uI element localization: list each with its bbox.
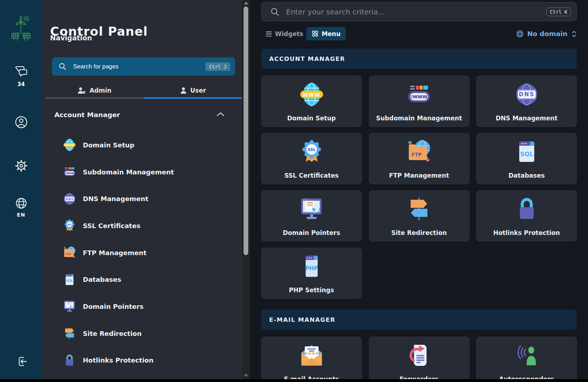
ssl-icon: SSL	[297, 137, 326, 166]
language-code[interactable]: EN	[0, 212, 42, 218]
section-banner: ACCOUNT MANAGER	[261, 49, 577, 69]
email-accounts-icon: ****	[297, 341, 326, 370]
domain-setup-icon: WWW	[297, 80, 326, 109]
messages-icon[interactable]	[14, 65, 28, 78]
card-php-settings[interactable]: PHP PHP Settings	[261, 248, 362, 299]
svg-text:DNS: DNS	[519, 91, 535, 98]
tab-underline	[144, 97, 242, 99]
sidebar-item-site-redirection[interactable]: Site Redirection	[42, 320, 242, 347]
widgets-label: Widgets	[275, 30, 303, 37]
svg-text://WWW.: //WWW.	[64, 172, 75, 175]
app-rail: 34 EN	[0, 0, 42, 379]
search-icon	[270, 7, 280, 17]
language-globe-icon[interactable]	[15, 197, 27, 209]
list-lines-icon	[265, 30, 272, 37]
card-domain-pointers[interactable]: WWW Domain Pointers	[261, 190, 362, 241]
sorter-chevrons-icon	[571, 30, 577, 38]
site-redirection-icon	[62, 326, 77, 341]
section-title: ACCOUNT MANAGER	[269, 55, 345, 62]
ftp-icon: FTP	[62, 245, 77, 260]
ftp-icon: FTP	[405, 137, 433, 166]
sidebar-scrollbar[interactable]	[242, 0, 250, 379]
sidebar-nav-list: WWW Domain Setup //WWW. Subdomain Manage…	[42, 132, 242, 374]
card-ftp-management[interactable]: FTP FTP Management	[369, 133, 469, 184]
sidebar-item-domain-setup[interactable]: WWW Domain Setup	[42, 132, 242, 159]
admin-tab-icon	[77, 86, 86, 94]
svg-text:WWW: WWW	[65, 144, 74, 147]
sidebar-item-subdomain-management[interactable]: //WWW. Subdomain Management	[42, 159, 242, 186]
domain-pointers-icon: WWW	[62, 299, 77, 314]
card-grid: **** E-mail Accounts Forwarders Autoresp…	[261, 337, 577, 382]
sidebar-item-dns-management[interactable]: DNS DNS Management	[42, 185, 242, 212]
main-content: Ctrl K Widgets Menu No domain ACCOUNT MA…	[250, 0, 588, 379]
card-hotlinks-protection[interactable]: Hotlinks Protection	[476, 190, 577, 241]
hotlinks-icon	[512, 195, 541, 223]
svg-text:PHP: PHP	[305, 265, 318, 272]
card-dns-management[interactable]: DNS DNS Management	[476, 76, 577, 127]
card-forwarders[interactable]: Forwarders	[369, 337, 469, 382]
messages-count-badge: 34	[0, 81, 42, 88]
sidebar-item-ftp-management[interactable]: FTP FTP Management	[42, 239, 242, 266]
svg-text:WWW: WWW	[306, 203, 313, 205]
sidebar-section-header[interactable]: Account Manager	[54, 111, 120, 119]
card-grid: WWW Domain Setup //WWW. Subdomain Manage…	[261, 76, 577, 299]
databases-icon: SQL	[512, 137, 541, 166]
card-databases[interactable]: SQL Databases	[476, 133, 577, 184]
main-search-input[interactable]	[285, 7, 546, 17]
forwarders-icon	[405, 341, 433, 370]
sidebar-item-hotlinks-protection[interactable]: Hotlinks Protection	[42, 347, 242, 374]
svg-text:WWW: WWW	[67, 303, 71, 305]
site-redirection-icon	[405, 195, 433, 223]
chevron-up-icon[interactable]	[216, 112, 225, 117]
php-icon: PHP	[297, 252, 326, 281]
settings-gear-icon[interactable]	[15, 159, 28, 172]
domain-setup-icon: WWW	[62, 137, 77, 152]
sidebar-tabs: Admin User	[45, 82, 242, 99]
domain-selector[interactable]: No domain	[516, 27, 577, 40]
svg-text:WWW: WWW	[302, 92, 320, 98]
user-tab-icon	[180, 86, 187, 94]
card-e-mail-accounts[interactable]: **** E-mail Accounts	[261, 337, 362, 382]
section-banner: E-MAIL MANAGER	[261, 310, 577, 330]
dns-icon: DNS	[512, 80, 541, 109]
bottom-edge	[0, 379, 588, 382]
card-ssl-certificates[interactable]: SSL SSL Certificates	[261, 133, 362, 184]
card-autoresponders[interactable]: Autoresponders	[476, 337, 577, 382]
domain-pointers-icon: WWW	[297, 195, 326, 223]
card-subdomain-management[interactable]: //WWW. Subdomain Management	[369, 76, 469, 127]
hotlinks-icon	[62, 353, 77, 368]
scrollbar-thumb[interactable]	[244, 6, 248, 255]
tab-admin[interactable]: Admin	[45, 82, 144, 99]
search-icon	[58, 62, 67, 71]
main-toolbar: Widgets Menu No domain	[261, 27, 577, 40]
card-site-redirection[interactable]: Site Redirection	[369, 190, 469, 241]
sidebar-item-ssl-certificates[interactable]: SSL SSL Certificates	[42, 212, 242, 239]
tab-user[interactable]: User	[144, 82, 242, 99]
svg-text:FTP: FTP	[66, 253, 71, 256]
domain-label: No domain	[527, 30, 567, 37]
widgets-button[interactable]: Widgets	[265, 27, 303, 40]
sidebar-item-domain-pointers[interactable]: WWW Domain Pointers	[42, 293, 242, 320]
dns-icon: DNS	[62, 191, 77, 206]
scroll-up-arrow-icon[interactable]	[244, 2, 248, 4]
ssl-icon: SSL	[62, 218, 77, 233]
svg-text:SQL: SQL	[520, 151, 533, 157]
sidebar-search-button[interactable]: Search for pages Ctrl J	[52, 57, 235, 76]
menu-label: Menu	[322, 30, 341, 37]
svg-text:SQL: SQL	[66, 279, 73, 283]
card-section: ACCOUNT MANAGER WWW Domain Setup //WWW. …	[261, 49, 577, 299]
card-section: E-MAIL MANAGER **** E-mail Accounts Forw…	[261, 310, 577, 382]
account-icon[interactable]	[15, 116, 28, 129]
autoresponders-icon	[512, 341, 541, 370]
grid-icon	[312, 30, 318, 37]
menu-button[interactable]: Menu	[306, 27, 346, 40]
globe-icon	[516, 30, 524, 38]
svg-text:SSL: SSL	[67, 223, 72, 226]
scroll-down-arrow-icon[interactable]	[244, 374, 248, 377]
shortcut-badge: Ctrl J	[205, 62, 230, 71]
sidebar-item-databases[interactable]: SQL Databases	[42, 266, 242, 293]
svg-text:SSL: SSL	[307, 147, 315, 152]
card-domain-setup[interactable]: WWW Domain Setup	[261, 76, 362, 127]
sidebar-panel: Control Panel Navigation Search for page…	[42, 0, 242, 379]
logout-icon[interactable]	[15, 355, 27, 368]
